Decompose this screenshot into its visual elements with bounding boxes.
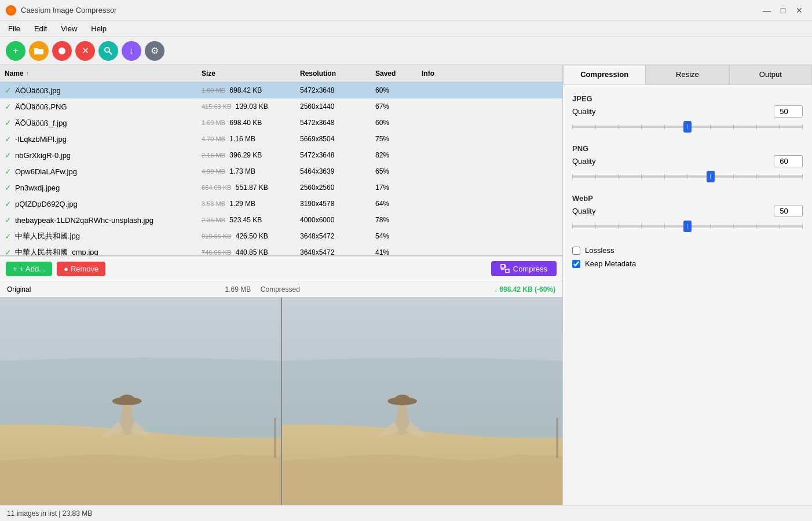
- main-content: Name ↑ Size Resolution Saved Info ✓ ÄÖÜä…: [0, 65, 812, 505]
- lossless-checkbox[interactable]: [572, 247, 580, 255]
- preview-compressed: [282, 298, 563, 505]
- lossless-label[interactable]: Lossless: [585, 246, 615, 255]
- col-header-name[interactable]: Name ↑: [5, 69, 202, 78]
- size-original: 4.99 MB: [202, 168, 225, 175]
- sort-arrow: ↑: [26, 70, 29, 76]
- toolbar: + ✕ ↓ ⚙: [0, 37, 812, 65]
- tab-output[interactable]: Output: [729, 65, 812, 85]
- maximize-button[interactable]: □: [776, 3, 790, 17]
- open-folder-button[interactable]: [29, 41, 49, 61]
- col-header-resolution[interactable]: Resolution: [300, 69, 375, 78]
- png-section: PNG Quality: [572, 144, 803, 185]
- compressed-beach-svg: [282, 298, 563, 505]
- size-original: 746.96 KB: [202, 249, 231, 256]
- menu-view[interactable]: View: [57, 23, 81, 34]
- remove-files-button[interactable]: ● Remove: [57, 262, 105, 276]
- file-name-col: ✓ Opw6DiaLAFw.jpg: [5, 167, 202, 176]
- table-row[interactable]: ✓ Pn3wxdj.jpeg 664.08 KB 551.87 KB 2560x…: [0, 179, 562, 196]
- jpeg-quality-input[interactable]: [774, 105, 803, 118]
- svg-rect-11: [274, 418, 276, 458]
- close-button[interactable]: ✕: [792, 3, 806, 17]
- clear-button[interactable]: ✕: [75, 41, 95, 61]
- table-row[interactable]: ✓ thebaypeak-1LDN2qaRWhc-unsplash.jpg 2.…: [0, 212, 562, 228]
- minimize-button[interactable]: —: [760, 3, 774, 17]
- compress-button[interactable]: Compress: [491, 261, 557, 276]
- stop-button[interactable]: [52, 41, 72, 61]
- tab-resize[interactable]: Resize: [646, 65, 729, 85]
- size-original: 919.65 KB: [202, 233, 231, 240]
- size-compressed: 139.03 KB: [236, 102, 268, 111]
- table-row[interactable]: ✓ 中華人民共和國.jpg 919.65 KB 426.50 KB 3648x5…: [0, 228, 562, 244]
- file-saved-col: 65%: [375, 167, 422, 175]
- add-files-button[interactable]: + + Add...: [6, 262, 52, 276]
- lossless-row: Lossless: [572, 244, 803, 257]
- table-row[interactable]: ✓ ÄÖÜäöüß.jpg 1.69 MB 698.42 KB 5472x364…: [0, 82, 562, 98]
- table-row[interactable]: ✓ 中華人民共和國_cmp.jpg 746.96 KB 440.85 KB 36…: [0, 244, 562, 256]
- size-compressed: 1.73 MB: [229, 167, 255, 175]
- table-row[interactable]: ✓ Opw6DiaLAFw.jpg 4.99 MB 1.73 MB 5464x3…: [0, 163, 562, 179]
- file-size-col: 1.69 MB 698.40 KB: [202, 119, 300, 127]
- size-original: 415.63 KB: [202, 103, 231, 110]
- png-quality-row: Quality: [572, 155, 803, 167]
- col-header-saved[interactable]: Saved: [375, 69, 422, 78]
- table-row[interactable]: ✓ pQfZDpD692Q.jpg 3.58 MB 1.29 MB 3190x4…: [0, 196, 562, 212]
- settings-content: JPEG Quality: [563, 85, 812, 280]
- file-name: ÄÖÜäöüß.jpg: [15, 86, 61, 95]
- add-button[interactable]: +: [6, 41, 25, 61]
- svg-point-10: [119, 394, 135, 405]
- table-row[interactable]: ✓ nbGrXkigR-0.jpg 2.15 MB 396.29 KB 5472…: [0, 147, 562, 163]
- remove-icon: ●: [64, 265, 68, 273]
- table-row[interactable]: ✓ -ILqkzbMiPl.jpg 4.70 MB 1.16 MB 5669x8…: [0, 131, 562, 147]
- keep-metadata-checkbox[interactable]: [572, 260, 580, 268]
- menu-edit[interactable]: Edit: [31, 23, 50, 34]
- file-name-col: ✓ 中華人民共和國.jpg: [5, 231, 202, 241]
- size-original: 1.69 MB: [202, 87, 225, 94]
- menu-file[interactable]: File: [5, 23, 24, 34]
- file-saved-col: 41%: [375, 248, 422, 256]
- file-saved-col: 17%: [375, 184, 422, 192]
- size-compressed: 551.87 KB: [236, 184, 268, 192]
- file-resolution-col: 5472x3648: [300, 86, 375, 94]
- original-size: 1.69 MB Compressed: [225, 285, 299, 293]
- file-name-col: ✓ pQfZDpD692Q.jpg: [5, 199, 202, 208]
- webp-quality-input[interactable]: [774, 205, 803, 217]
- check-icon: ✓: [5, 86, 12, 95]
- file-saved-col: 75%: [375, 135, 422, 143]
- col-header-size[interactable]: Size: [202, 69, 300, 78]
- file-size-col: 3.58 MB 1.29 MB: [202, 200, 300, 208]
- file-resolution-col: 5472x3648: [300, 151, 375, 159]
- file-name-col: ✓ 中華人民共和國_cmp.jpg: [5, 247, 202, 256]
- file-saved-col: 64%: [375, 200, 422, 208]
- file-size-col: 4.99 MB 1.73 MB: [202, 167, 300, 175]
- tab-compression[interactable]: Compression: [563, 65, 646, 85]
- settings-button[interactable]: ⚙: [145, 41, 164, 61]
- jpeg-quality-row: Quality: [572, 105, 803, 118]
- svg-point-0: [58, 47, 65, 54]
- keep-metadata-label[interactable]: Keep Metadata: [585, 259, 636, 268]
- file-saved-col: 67%: [375, 102, 422, 111]
- col-header-info[interactable]: Info: [422, 69, 558, 78]
- status-bar: 11 images in list | 23.83 MB: [0, 505, 812, 521]
- check-icon: ✓: [5, 232, 12, 241]
- file-actions-left: + + Add... ● Remove: [6, 262, 105, 276]
- file-size-col: 2.15 MB 396.29 KB: [202, 151, 300, 159]
- preview-status: Original 1.69 MB Compressed ↓ 698.42 KB …: [0, 281, 562, 298]
- size-original: 2.35 MB: [202, 217, 225, 223]
- table-row[interactable]: ✓ ÄÖÜäöüß.PNG 415.63 KB 139.03 KB 2560x1…: [0, 98, 562, 115]
- table-row[interactable]: ✓ ÄÖÜäöüß_f.jpg 1.69 MB 698.40 KB 5472x3…: [0, 115, 562, 131]
- export-button[interactable]: ↓: [122, 41, 141, 61]
- file-saved-col: 78%: [375, 216, 422, 224]
- file-list-header: Name ↑ Size Resolution Saved Info: [0, 65, 562, 82]
- size-compressed: 523.45 KB: [229, 216, 262, 224]
- menu-help[interactable]: Help: [87, 23, 110, 34]
- file-resolution-col: 5464x3639: [300, 167, 375, 175]
- file-name: ÄÖÜäöüß_f.jpg: [15, 119, 67, 127]
- search-button[interactable]: [98, 41, 118, 61]
- jpeg-quality-label: Quality: [572, 107, 769, 116]
- file-resolution-col: 3190x4578: [300, 200, 375, 208]
- file-name: -ILqkzbMiPl.jpg: [15, 135, 67, 144]
- size-compressed: 440.85 KB: [236, 248, 268, 256]
- file-saved-col: 60%: [375, 119, 422, 127]
- file-resolution-col: 2560x2560: [300, 184, 375, 192]
- png-quality-input[interactable]: [774, 155, 803, 167]
